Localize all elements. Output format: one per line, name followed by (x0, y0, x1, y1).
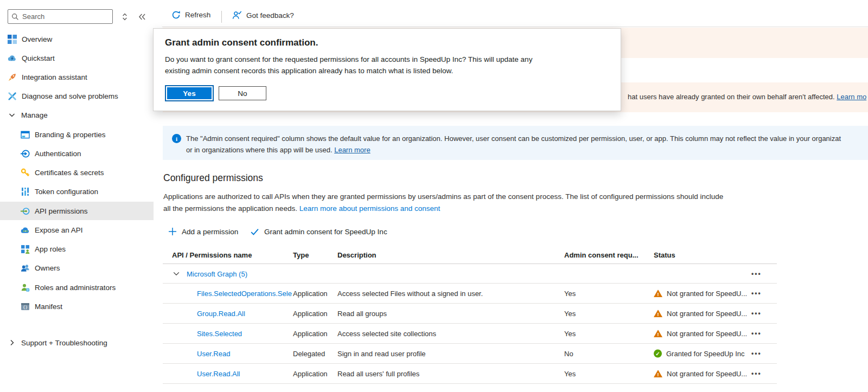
learn-more-link[interactable]: Learn mo (837, 93, 866, 101)
toolbar-divider-line (162, 27, 868, 27)
sidebar-item-manifest[interactable]: {} Manifest (0, 297, 154, 316)
permission-link[interactable]: Sites.Selected (197, 330, 242, 338)
sign-in-arrow-icon (21, 149, 30, 158)
sidebar-item-label: Expose an API (35, 226, 83, 234)
manifest-braces-icon: {} (21, 302, 30, 311)
sidebar-item-label: App roles (35, 245, 66, 253)
warning-icon: ! (654, 370, 662, 377)
sidebar-item-authentication[interactable]: Authentication (0, 144, 154, 163)
configured-permissions-title: Configured permissions (163, 172, 263, 184)
sidebar-item-label: Overview (22, 35, 52, 43)
column-header-admin-consent: Admin consent requ... (564, 250, 639, 259)
overview-icon (8, 35, 17, 44)
group-link[interactable]: Microsoft Graph (5) (187, 269, 247, 278)
sidebar-item-diagnose[interactable]: Diagnose and solve problems (0, 87, 154, 105)
sidebar-item-app-roles[interactable]: App roles (0, 240, 154, 258)
sidebar-item-branding[interactable]: Branding & properties (0, 125, 154, 144)
permission-type: Application (293, 330, 328, 338)
granted-check-icon: ✓ (654, 350, 662, 358)
permissions-table: API / Permissions name Type Description … (163, 246, 777, 384)
dialog-title: Grant admin consent confirmation. (165, 37, 318, 48)
sidebar-item-certificates[interactable]: Certificates & secrets (0, 163, 154, 182)
info-banner-line2: or in organizations where this app will … (186, 146, 333, 154)
table-row: Files.SelectedOperations.Sele Applicatio… (163, 284, 777, 304)
search-icon (11, 13, 19, 21)
warning-icon: ! (654, 290, 662, 297)
sidebar-group-support[interactable]: Support + Troubleshooting (0, 333, 154, 352)
refresh-button[interactable]: Refresh (171, 10, 210, 20)
sliders-icon (21, 187, 30, 196)
no-button[interactable]: No (219, 86, 266, 100)
sidebar-group-manage[interactable]: Manage (0, 106, 154, 124)
sidebar: Overview Quickstart Integration assistan… (0, 0, 154, 392)
sidebar-item-label: Quickstart (22, 54, 55, 62)
tools-icon (8, 92, 17, 101)
row-menu-button[interactable]: ••• (751, 370, 762, 377)
permission-link[interactable]: Files.SelectedOperations.Sele (197, 290, 292, 298)
warning-icon: ! (654, 310, 662, 317)
table-row: Group.Read.All Application Read all grou… (163, 304, 777, 324)
info-banner-line1: The "Admin consent required" column show… (186, 133, 841, 144)
status-badge: ✓ Granted for SpeedUp Inc (654, 350, 745, 358)
permission-description: Access selected Files without a signed i… (337, 290, 483, 298)
permission-type: Application (293, 290, 328, 298)
sidebar-item-label: Owners (35, 264, 60, 272)
sidebar-item-owners[interactable]: Owners (0, 259, 154, 277)
add-permission-button[interactable]: Add a permission (168, 227, 238, 236)
permission-link[interactable]: User.Read (197, 350, 230, 358)
sidebar-item-label: Branding & properties (35, 131, 106, 139)
permission-link[interactable]: Group.Read.All (197, 310, 245, 318)
status-badge: ! Not granted for SpeedU... (654, 370, 747, 378)
grant-admin-consent-button[interactable]: Grant admin consent for SpeedUp Inc (250, 227, 387, 236)
row-menu-button[interactable]: ••• (751, 350, 762, 357)
sidebar-item-integration-assistant[interactable]: Integration assistant (0, 68, 154, 86)
permissions-consent-link[interactable]: Learn more about permissions and consent (299, 204, 441, 213)
sidebar-item-expose-api[interactable]: Expose an API (0, 221, 154, 239)
permission-description: Read all groups (337, 310, 387, 318)
row-menu-button[interactable]: ••• (751, 330, 762, 337)
yes-button[interactable]: Yes (166, 86, 213, 100)
cloud-api-icon (21, 226, 30, 235)
row-menu-button[interactable]: ••• (751, 310, 762, 317)
roles-admin-icon (21, 283, 30, 292)
sidebar-item-label: Integration assistant (22, 73, 87, 81)
permission-type: Application (293, 370, 328, 378)
info-banner: i The "Admin consent required" column sh… (163, 126, 868, 160)
sidebar-item-label: Diagnose and solve problems (22, 92, 118, 100)
sidebar-item-api-permissions[interactable]: API permissions (0, 202, 154, 220)
admin-consent-required: Yes (564, 310, 576, 318)
search-input[interactable] (22, 12, 118, 21)
permission-description: Read all users' full profiles (337, 370, 419, 378)
sidebar-search-box[interactable] (8, 9, 113, 24)
expand-collapse-all-icon[interactable] (120, 12, 130, 22)
configured-permissions-description: Applications are authorized to call APIs… (163, 191, 723, 214)
sidebar-item-overview[interactable]: Overview (0, 30, 154, 48)
add-permission-label: Add a permission (182, 228, 238, 236)
collapse-sidebar-icon[interactable] (137, 12, 147, 22)
check-icon (250, 227, 259, 236)
status-badge: ! Not granted for SpeedU... (654, 290, 747, 298)
sidebar-item-roles-administrators[interactable]: Roles and administrators (0, 278, 154, 297)
sidebar-item-token-configuration[interactable]: Token configuration (0, 182, 154, 201)
learn-more-link[interactable]: Learn more (334, 146, 370, 154)
api-permissions-icon (21, 207, 30, 216)
owners-people-icon (21, 264, 30, 273)
column-header-name: API / Permissions name (172, 250, 252, 259)
row-menu-button[interactable]: ••• (751, 270, 762, 278)
sidebar-item-label: Certificates & secrets (35, 169, 104, 177)
chevron-down-icon[interactable] (173, 270, 180, 278)
chevron-right-icon (8, 338, 16, 347)
rocket-icon (8, 73, 17, 82)
row-menu-button[interactable]: ••• (751, 290, 762, 297)
chevron-down-icon (8, 111, 16, 119)
commandbar-divider (221, 11, 222, 23)
plus-icon (168, 227, 177, 236)
column-header-description: Description (337, 250, 376, 259)
got-feedback-button[interactable]: Got feedback? (232, 10, 294, 20)
table-row: User.Read Delegated Sign in and read use… (163, 344, 777, 364)
permission-link[interactable]: User.Read.All (197, 370, 240, 378)
status-text: Not granted for SpeedU... (667, 370, 747, 378)
permission-type: Application (293, 310, 328, 318)
sidebar-item-quickstart[interactable]: Quickstart (0, 49, 154, 67)
grant-admin-consent-dialog: Grant admin consent confirmation. Do you… (153, 28, 621, 111)
